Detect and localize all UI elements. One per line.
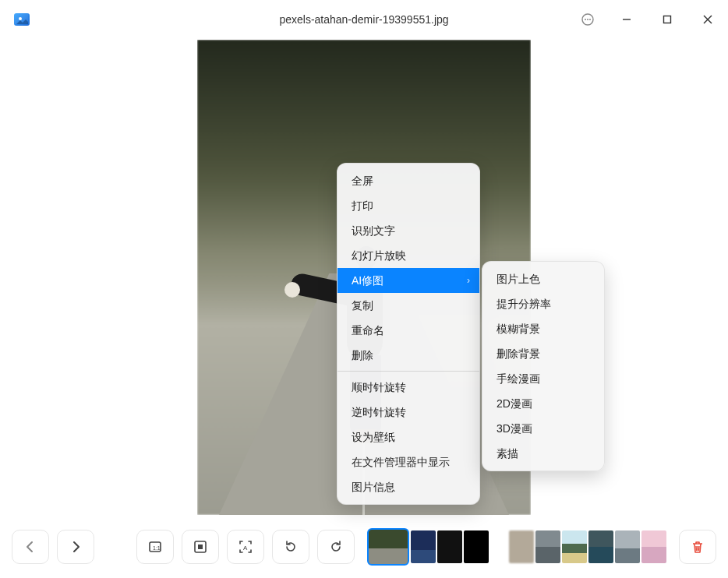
ai-submenu-item-label: 删除背景 [497, 347, 540, 360]
thumbnail-0[interactable] [367, 528, 409, 566]
thumbnail-1[interactable] [411, 530, 436, 563]
window-controls [572, 0, 728, 39]
context-menu-item-fullscreen[interactable]: 全屏 [337, 168, 479, 193]
context-menu: 全屏打印识别文字幻灯片放映AI修图›复制重命名删除顺时针旋转逆时针旋转设为壁纸在… [337, 163, 480, 505]
minimize-button[interactable] [606, 0, 647, 39]
context-menu-item-label: 全屏 [352, 174, 373, 187]
context-menu-item-ai-edit[interactable]: AI修图› [337, 268, 479, 293]
maximize-button[interactable] [647, 0, 687, 39]
thumbnail-9[interactable] [641, 530, 666, 563]
svg-rect-8 [664, 16, 671, 23]
context-menu-item-delete[interactable]: 删除 [337, 343, 479, 368]
context-menu-item-label: 重命名 [352, 324, 384, 337]
svg-point-6 [589, 19, 591, 20]
next-button[interactable] [57, 530, 94, 564]
ai-submenu-item-colorize[interactable]: 图片上色 [482, 266, 604, 291]
context-menu-item-label: 删除 [352, 349, 373, 361]
context-menu-item-ocr[interactable]: 识别文字 [337, 218, 479, 243]
context-menu-item-label: 在文件管理器中显示 [352, 456, 450, 468]
context-menu-item-rotate-cw[interactable]: 顺时针旋转 [337, 375, 479, 400]
ai-submenu-item-3d-anime[interactable]: 3D漫画 [482, 416, 604, 441]
context-menu-item-reveal[interactable]: 在文件管理器中显示 [337, 449, 479, 474]
svg-text:1:1: 1:1 [153, 545, 161, 551]
context-menu-item-wallpaper[interactable]: 设为壁纸 [337, 425, 479, 449]
svg-rect-14 [198, 545, 203, 549]
context-menu-item-info[interactable]: 图片信息 [337, 474, 479, 499]
thumbnail-6[interactable] [562, 530, 587, 563]
context-menu-item-rename[interactable]: 重命名 [337, 318, 479, 343]
thumbnail-strip [367, 528, 666, 566]
more-button[interactable] [572, 0, 603, 39]
rotate-cw-button[interactable] [317, 530, 355, 564]
fit-window-button[interactable] [182, 530, 219, 564]
delete-button[interactable] [679, 530, 716, 564]
context-menu-item-label: 设为壁纸 [352, 431, 395, 443]
bottom-toolbar-zone: 1:1 A [0, 516, 728, 578]
image-viewport[interactable]: 全屏打印识别文字幻灯片放映AI修图›复制重命名删除顺时针旋转逆时针旋转设为壁纸在… [0, 39, 728, 516]
prev-button[interactable] [12, 530, 49, 564]
context-menu-item-slideshow[interactable]: 幻灯片放映 [337, 243, 479, 268]
rotate-ccw-button[interactable] [272, 530, 309, 564]
bottom-toolbar: 1:1 A [1, 528, 727, 566]
context-menu-item-print[interactable]: 打印 [337, 193, 479, 218]
filename-title: pexels-atahan-demir-19399551.jpg [279, 13, 448, 26]
svg-point-5 [587, 19, 588, 20]
image-viewer-window: pexels-atahan-demir-19399551.jpg [0, 0, 728, 578]
ai-submenu-item-blur-bg[interactable]: 模糊背景 [482, 316, 604, 341]
ai-submenu-item-label: 图片上色 [497, 273, 540, 285]
ai-submenu-item-label: 模糊背景 [497, 322, 540, 335]
thumbnail-2[interactable] [437, 530, 462, 563]
thumbnail-4[interactable] [509, 530, 534, 563]
chevron-right-icon: › [467, 268, 470, 293]
context-menu-item-label: 幻灯片放映 [352, 249, 406, 262]
ai-submenu-item-label: 2D漫画 [497, 397, 532, 410]
ai-submenu-item-sketch[interactable]: 素描 [482, 441, 604, 466]
ai-submenu-item-label: 3D漫画 [497, 422, 532, 435]
ai-submenu-item-label: 手绘漫画 [497, 372, 540, 385]
svg-text:A: A [243, 545, 248, 552]
context-menu-item-label: 复制 [352, 299, 373, 312]
close-button[interactable] [687, 0, 728, 39]
context-menu-item-label: 打印 [352, 199, 373, 212]
thumbnail-3[interactable] [464, 530, 489, 563]
thumbnail-8[interactable] [615, 530, 640, 563]
titlebar: pexels-atahan-demir-19399551.jpg [0, 0, 728, 39]
thumbnail-5[interactable] [535, 530, 560, 563]
context-menu-item-label: 识别文字 [352, 224, 395, 237]
fit-original-button[interactable]: 1:1 [136, 530, 174, 564]
svg-point-4 [585, 19, 586, 20]
context-menu-item-copy[interactable]: 复制 [337, 293, 479, 318]
ai-submenu-item-2d-anime[interactable]: 2D漫画 [482, 391, 604, 416]
context-menu-item-label: 逆时针旋转 [352, 406, 406, 418]
ocr-button[interactable]: A [227, 530, 264, 564]
ai-submenu-item-hand-drawn[interactable]: 手绘漫画 [482, 366, 604, 391]
ai-submenu-item-label: 提升分辨率 [497, 298, 551, 310]
context-menu-item-label: AI修图 [352, 274, 383, 287]
svg-rect-2 [12, 12, 28, 24]
app-icon [11, 9, 33, 30]
ai-submenu-item-upscale[interactable]: 提升分辨率 [482, 291, 604, 316]
context-menu-item-label: 图片信息 [352, 481, 395, 493]
ai-submenu-item-label: 素描 [497, 447, 518, 460]
ai-submenu: 图片上色提升分辨率模糊背景删除背景手绘漫画2D漫画3D漫画素描 [482, 261, 605, 471]
context-menu-item-rotate-ccw[interactable]: 逆时针旋转 [337, 400, 479, 425]
ai-submenu-item-remove-bg[interactable]: 删除背景 [482, 341, 604, 366]
thumbnail-7[interactable] [588, 530, 613, 563]
context-menu-item-label: 顺时针旋转 [352, 381, 406, 393]
